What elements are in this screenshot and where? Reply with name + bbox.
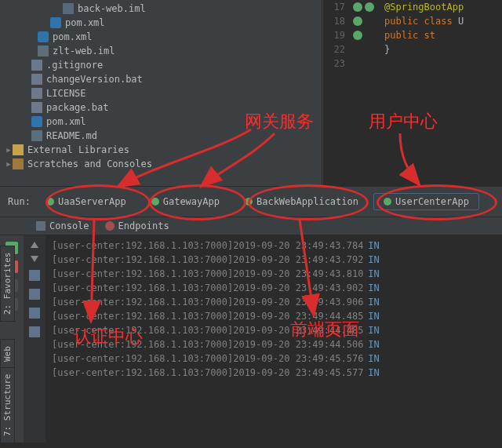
side-tab-favorites[interactable]: 2: Favorites bbox=[0, 246, 15, 322]
tree-label: pom.xml bbox=[53, 31, 93, 42]
run-gutter-icon[interactable] bbox=[365, 16, 374, 26]
run-tab[interactable]: UserCenterApp bbox=[373, 193, 479, 210]
expand-icon[interactable]: ▶ bbox=[5, 160, 13, 168]
toolbar-endpoints[interactable]: Endpoints bbox=[105, 220, 169, 231]
run-label: Run: bbox=[8, 196, 31, 207]
file-icon bbox=[31, 88, 42, 99]
tree-label: README.md bbox=[46, 130, 97, 141]
editor-line[interactable]: 18public class U bbox=[323, 14, 502, 28]
log-timestamp: 2019-09-20 23:49:44.485 bbox=[233, 309, 363, 323]
file-icon bbox=[31, 116, 42, 127]
gutter-icons[interactable] bbox=[353, 31, 384, 40]
log-timestamp: 2019-09-20 23:49:43.810 bbox=[233, 267, 363, 281]
up-icon[interactable] bbox=[31, 242, 38, 248]
log-source: [user-center:192.168.1.103:7000] bbox=[52, 337, 233, 351]
log-timestamp: 2019-09-20 23:49:45.576 bbox=[233, 351, 363, 366]
tree-item[interactable]: package.bat bbox=[0, 100, 322, 115]
line-number: 17 bbox=[323, 2, 353, 13]
run-gutter-icon[interactable] bbox=[353, 2, 362, 12]
editor-line[interactable]: 23 bbox=[323, 56, 502, 71]
run-status-icon bbox=[46, 198, 54, 206]
run-status-icon bbox=[384, 198, 391, 206]
tree-item[interactable]: zlt-web.iml bbox=[0, 44, 322, 58]
tree-item[interactable]: pom.xml bbox=[0, 16, 322, 30]
project-tree[interactable]: back-web.imlpom.xmlpom.xmlzlt-web.iml.gi… bbox=[0, 0, 322, 186]
run-panel: Run: UaaServerAppGatewayAppBackWebApplic… bbox=[0, 186, 502, 443]
log-line: [user-center:192.168.1.103:7000] 2019-09… bbox=[52, 309, 496, 323]
gutter-icons[interactable] bbox=[353, 2, 384, 12]
tree-label: External Libraries bbox=[27, 144, 129, 155]
log-timestamp: 2019-09-20 23:49:43.906 bbox=[233, 295, 363, 309]
tree-label: pom.xml bbox=[65, 17, 105, 28]
tree-label: back-web.iml bbox=[78, 3, 146, 14]
editor-line[interactable]: 19 public st bbox=[323, 28, 502, 42]
run-tabs: UaaServerAppGatewayAppBackWebApplication… bbox=[0, 186, 502, 217]
run-status-icon bbox=[151, 198, 159, 206]
log-line: [user-center:192.168.1.103:7000] 2019-09… bbox=[52, 281, 496, 295]
log-level: IN bbox=[363, 337, 379, 351]
run-tab[interactable]: GatewayApp bbox=[141, 193, 230, 210]
run-gutter-icon[interactable] bbox=[353, 45, 362, 54]
log-line: [user-center:192.168.1.103:7000] 2019-09… bbox=[52, 366, 496, 380]
down-icon[interactable] bbox=[31, 256, 38, 262]
tree-item[interactable]: README.md bbox=[0, 129, 322, 143]
run-gutter-icon[interactable] bbox=[365, 2, 374, 12]
log-timestamp: 2019-09-20 23:49:45.577 bbox=[233, 366, 363, 380]
tree-item[interactable]: changeVersion.bat bbox=[0, 72, 322, 86]
log-line: [user-center:192.168.1.103:7000] 2019-09… bbox=[52, 267, 496, 281]
log-level: IN bbox=[363, 295, 379, 309]
expand-icon[interactable]: ▶ bbox=[5, 146, 13, 154]
code-text: public st bbox=[384, 30, 435, 41]
tree-scratches[interactable]: ▶ Scratches and Consoles bbox=[0, 157, 322, 171]
tree-item[interactable]: pom.xml bbox=[0, 115, 322, 129]
run-gutter-icon[interactable] bbox=[353, 59, 362, 68]
side-tab-web[interactable]: Web bbox=[0, 339, 15, 369]
print-icon[interactable] bbox=[29, 308, 40, 319]
side-tab-structure[interactable]: 7: Structure bbox=[0, 367, 15, 443]
scroll-icon[interactable] bbox=[29, 289, 40, 300]
editor-line[interactable]: 17@SpringBootApp bbox=[323, 0, 502, 14]
run-gutter-icon[interactable] bbox=[365, 45, 374, 54]
toolbar-label: Console bbox=[49, 220, 89, 231]
file-icon bbox=[31, 60, 42, 71]
run-gutter-icon[interactable] bbox=[353, 16, 362, 26]
tree-label: pom.xml bbox=[46, 116, 86, 127]
console-output[interactable]: [user-center:192.168.1.103:7000] 2019-09… bbox=[45, 235, 502, 443]
tree-external-libraries[interactable]: ▶ External Libraries bbox=[0, 143, 322, 157]
library-icon bbox=[13, 144, 24, 155]
code-editor[interactable]: 17@SpringBootApp18public class U19 publi… bbox=[322, 0, 502, 186]
gutter-icons[interactable] bbox=[353, 16, 384, 26]
run-gutter-icon[interactable] bbox=[353, 31, 362, 40]
file-icon bbox=[38, 46, 49, 56]
log-level: IN bbox=[363, 267, 379, 281]
run-tab[interactable]: BackWebApplication bbox=[235, 193, 369, 210]
tree-item[interactable]: pom.xml bbox=[0, 30, 322, 44]
log-line: [user-center:192.168.1.103:7000] 2019-09… bbox=[52, 295, 496, 309]
log-timestamp: 2019-09-20 23:49:44.506 bbox=[233, 337, 363, 351]
tree-item[interactable]: back-web.iml bbox=[0, 2, 322, 16]
console-side-icons bbox=[24, 235, 45, 443]
tree-item[interactable]: .gitignore bbox=[0, 58, 322, 72]
vtab-label: 7: Structure bbox=[2, 374, 13, 436]
run-status-icon bbox=[245, 198, 253, 206]
gutter-icons[interactable] bbox=[353, 59, 384, 68]
run-toolbar: Console Endpoints bbox=[0, 217, 502, 235]
toolbar-console[interactable]: Console bbox=[36, 220, 89, 231]
line-number: 18 bbox=[323, 16, 353, 27]
tree-label: LICENSE bbox=[46, 88, 86, 99]
clear-icon[interactable] bbox=[29, 326, 40, 337]
run-gutter-icon[interactable] bbox=[365, 31, 374, 40]
run-tab-label: GatewayApp bbox=[163, 196, 220, 207]
run-gutter-icon[interactable] bbox=[365, 59, 374, 68]
soft-wrap-icon[interactable] bbox=[29, 270, 40, 281]
folder-icon bbox=[13, 158, 24, 169]
line-number: 19 bbox=[323, 30, 353, 41]
run-tab[interactable]: UaaServerApp bbox=[36, 193, 136, 210]
gutter-icons[interactable] bbox=[353, 45, 384, 54]
tree-label: Scratches and Consoles bbox=[27, 158, 152, 169]
editor-line[interactable]: 22 } bbox=[323, 42, 502, 56]
log-level: IN bbox=[363, 351, 379, 366]
tree-item[interactable]: LICENSE bbox=[0, 86, 322, 100]
log-line: [user-center:192.168.1.103:7000] 2019-09… bbox=[52, 323, 496, 337]
file-icon bbox=[38, 31, 49, 42]
